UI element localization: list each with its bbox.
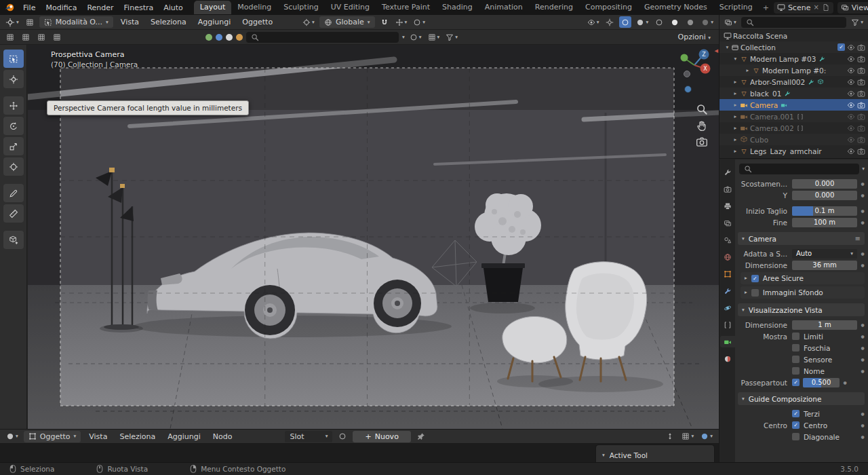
display-mode-button[interactable]: ▾	[408, 31, 423, 43]
shader-menu-seleziona[interactable]: Seleziona	[115, 431, 159, 442]
tab-compositing[interactable]: Compositing	[579, 1, 638, 14]
outliner-row-collection[interactable]: ▾ Collection ✓	[719, 41, 868, 53]
transform-pivot-button[interactable]: ▾	[301, 16, 316, 28]
display-size-field[interactable]: 1 m	[792, 320, 857, 330]
shader-menu-nodo[interactable]: Nodo	[209, 431, 237, 442]
render-visibility-icon[interactable]	[857, 136, 865, 144]
shader-menu-aggiungi[interactable]: Aggiungi	[163, 431, 205, 442]
xray-toggle-button[interactable]	[619, 16, 631, 28]
menu-modifica[interactable]: Modifica	[41, 2, 81, 14]
snap-settings-button[interactable]: ▾	[394, 16, 409, 28]
tab-layout[interactable]: Layout	[194, 1, 231, 14]
annotate-tool[interactable]	[3, 184, 24, 202]
tab-physics-icon[interactable]	[720, 302, 735, 314]
render-visibility-icon[interactable]	[857, 101, 865, 109]
tab-scene-icon[interactable]	[720, 234, 735, 246]
eye-icon[interactable]	[847, 113, 855, 121]
center-checkbox[interactable]: ✓	[792, 421, 800, 429]
orientation-dropdown[interactable]: Globale ▾	[319, 16, 375, 28]
menu-seleziona[interactable]: Seleziona	[146, 16, 191, 28]
outliner-search-input[interactable]	[757, 18, 842, 26]
menu-aiuto[interactable]: Aiuto	[159, 2, 188, 14]
outliner-row-arbor-small002[interactable]: ▸ ▽ Arbor-Small002	[719, 76, 868, 88]
scene-new-icon[interactable]	[822, 3, 830, 12]
eye-icon[interactable]	[847, 101, 855, 109]
overlap-mode-3-icon[interactable]	[35, 31, 47, 43]
render-visibility-icon[interactable]	[857, 78, 865, 86]
eye-icon[interactable]	[847, 90, 855, 98]
material-ball-green-icon[interactable]	[205, 34, 212, 41]
display-grid-button[interactable]: ▾	[427, 31, 441, 43]
viewport-search[interactable]	[246, 32, 399, 43]
render-visibility-icon[interactable]	[857, 55, 865, 63]
shader-menu-vista[interactable]: Vista	[85, 431, 111, 442]
node-grid-button[interactable]: ▾	[680, 431, 695, 442]
tab-rendering[interactable]: Rendering	[529, 1, 579, 14]
thirds-checkbox[interactable]: ✓	[792, 410, 800, 417]
background-images-checkbox[interactable]	[751, 289, 759, 297]
tab-texture-paint[interactable]: Texture Paint	[376, 1, 436, 14]
gizmo-minus-z-axis[interactable]	[684, 86, 692, 93]
camera-view-icon[interactable]	[696, 136, 708, 148]
mode-icon-button[interactable]	[24, 16, 36, 28]
outliner-row-camera[interactable]: ▸ Camera	[719, 99, 868, 111]
add-workspace-button[interactable]: +	[759, 1, 773, 14]
camera-section-header[interactable]: ▾ Camera ≡	[738, 232, 865, 245]
properties-search[interactable]	[739, 164, 859, 174]
overlays-dropdown-button[interactable]: ▾	[635, 16, 650, 28]
clip-start-field[interactable]: 0.1 m	[792, 206, 857, 216]
menu-finestra[interactable]: Finestra	[119, 2, 159, 14]
outliner-row-modern-lamp-child[interactable]: ▸ ▽ Modern Lamp #0:	[719, 64, 868, 76]
tab-scripting[interactable]: Scripting	[713, 1, 759, 14]
move-tool[interactable]	[3, 96, 24, 115]
editor-type-button[interactable]: ▾	[4, 16, 20, 28]
sensor-fit-dropdown[interactable]: Auto▾	[792, 249, 857, 259]
collection-checkbox[interactable]: ✓	[837, 43, 845, 51]
scene-selector[interactable]: Scene ×	[774, 2, 833, 14]
menu-aggiungi[interactable]: Aggiungi	[194, 16, 235, 28]
scene-unlink-icon[interactable]: ×	[813, 4, 818, 11]
sensor-checkbox[interactable]	[792, 356, 800, 363]
material-ball-white-icon[interactable]	[226, 34, 233, 41]
tab-animation[interactable]: Animation	[479, 1, 529, 14]
gizmo-negative-axis[interactable]	[684, 71, 690, 77]
composition-guides-section-header[interactable]: ▾ Guide Composizione	[738, 392, 865, 405]
eye-icon[interactable]	[847, 124, 855, 132]
tab-constraints-icon[interactable]	[720, 319, 735, 330]
measure-tool[interactable]	[3, 204, 24, 223]
outliner-row-modern-lamp-03[interactable]: ▾ ▽ Modern Lamp #03	[719, 53, 868, 64]
passepartout-checkbox[interactable]: ✓	[792, 379, 800, 386]
tab-world-icon[interactable]	[720, 251, 735, 263]
shader-editor-type-button[interactable]: ▾	[5, 431, 20, 442]
tab-shading[interactable]: Shading	[436, 1, 479, 14]
offset-x-field[interactable]: 0.000	[792, 179, 857, 189]
name-checkbox[interactable]	[792, 367, 800, 375]
tab-output-icon[interactable]	[720, 200, 735, 212]
clip-end-field[interactable]: 100 m	[792, 218, 857, 227]
gizmos-toggle-button[interactable]	[604, 16, 616, 28]
zoom-icon[interactable]	[696, 103, 708, 115]
properties-search-input[interactable]	[755, 165, 854, 173]
viewport-search-input[interactable]	[262, 33, 394, 41]
properties-options-chevron-icon[interactable]: ▾	[862, 166, 865, 172]
tab-uv-editing[interactable]: UV Editing	[325, 1, 376, 14]
diagonal-checkbox[interactable]	[792, 433, 800, 440]
blender-logo-icon[interactable]	[4, 3, 15, 12]
safe-areas-subpanel[interactable]: ▸ ✓ Aree Sicure	[741, 272, 865, 284]
limits-checkbox[interactable]	[792, 332, 800, 340]
menu-render[interactable]: Render	[82, 2, 118, 14]
render-visibility-icon[interactable]	[857, 66, 865, 75]
shading-material-button[interactable]	[684, 16, 696, 28]
outliner-row-black-01[interactable]: ▸ ▽ black_01	[719, 88, 868, 99]
shading-rendered-button[interactable]: ▾	[700, 16, 715, 28]
outliner-row-scene-collection[interactable]: Raccolta Scena	[719, 30, 868, 41]
outliner-row-legs-lazy-armchair[interactable]: ▸ ▽ Legs_Lazy_armchair	[719, 145, 868, 157]
render-visibility-icon[interactable]	[857, 90, 865, 98]
shading-wireframe-button[interactable]	[653, 16, 665, 28]
search-options-chevron-icon[interactable]: ▾	[402, 35, 405, 40]
eye-icon[interactable]	[847, 136, 855, 144]
gizmo-y-axis[interactable]	[681, 54, 688, 62]
tab-viewlayer-icon[interactable]	[720, 217, 735, 229]
menu-file[interactable]: File	[18, 2, 40, 14]
eye-icon[interactable]	[847, 43, 855, 52]
